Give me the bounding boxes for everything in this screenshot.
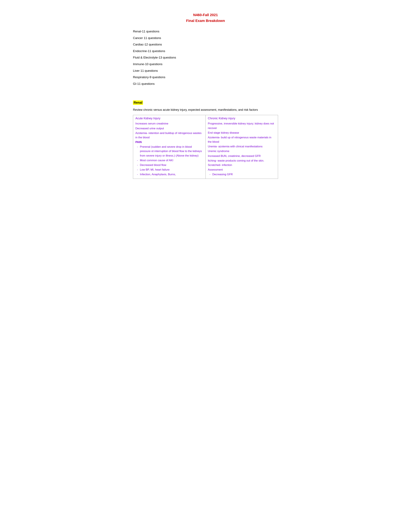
topic-item: Fluid & Electrolyte-13 questions [133, 56, 278, 60]
topic-item: Cardiac-12 questions [133, 42, 278, 47]
col1-item: Increases serum creatinine [135, 121, 203, 126]
page-subtitle: Final Exam Breakdown [133, 19, 278, 23]
page-title: N460-Fall 2021 [133, 13, 278, 17]
col2-item: Itching- waste products coming out of th… [208, 159, 276, 167]
col2-item: Assessment [208, 168, 276, 172]
topic-item: Immune-10 questions [133, 62, 278, 66]
col2-item: Uremia- azotemia with clinical manifesta… [208, 144, 276, 149]
col1-bullet-item: Decreased blood flow [135, 163, 203, 167]
col1-content: Increases serum creatinineDecreased urin… [135, 121, 203, 177]
col2-content: Progressive, irreversible kidney injury;… [208, 121, 276, 177]
col2-item: Azotemia- build up of nitrogenous waste … [208, 135, 276, 144]
topic-list: Renal-11 questionsCancer 11 questionsCar… [133, 29, 278, 86]
topic-item: Respiratory-9 questions [133, 75, 278, 79]
col1-bullet-item: Prerenal (sudden and severe drop in bloo… [135, 145, 203, 158]
col1-item: Azotemia- retention and buildup of nitro… [135, 131, 203, 140]
col1-bullet-item: Most common cause of AKI [135, 158, 203, 162]
topic-item: Liver 11 questions [133, 69, 278, 73]
col1-header: Acute Kidney Injury [135, 117, 203, 120]
review-text: Review chronic versus acute kidney injur… [133, 108, 278, 112]
col2-bullet-item: Decreasing GFR [208, 172, 276, 177]
col1-bullet-item: Infection, Anaphylaxis, Burns, [135, 172, 203, 177]
col2-item: Uremic syndrome [208, 149, 276, 153]
renal-heading: Renal [133, 100, 143, 105]
col2-item: Progressive, irreversible kidney injury;… [208, 121, 276, 130]
col1-bullet-item: Low BP, MI, heart failure [135, 168, 203, 172]
col1-item: Decreased urine output [135, 126, 203, 131]
col2-header: Chronic Kidney injury [208, 117, 276, 120]
topic-item: GI-11 questions [133, 82, 278, 86]
renal-section: Renal Review chronic versus acute kidney… [133, 94, 278, 179]
topic-item: Renal-11 questions [133, 29, 278, 34]
col2-bullet-list: Decreasing GFR [208, 172, 276, 177]
col2-item: End stage kidney disease [208, 131, 276, 135]
col1-pain: PAIN [135, 140, 203, 144]
comparison-table: Acute Kidney Injury Increases serum crea… [133, 115, 278, 179]
col2-item: Increased BUN, creatinine, decreased GFR [208, 154, 276, 158]
topic-item: Cancer 11 questions [133, 36, 278, 40]
topic-item: Endocrine-11 questions [133, 49, 278, 53]
col1-bullet-list: Prerenal (sudden and severe drop in bloo… [135, 145, 203, 177]
